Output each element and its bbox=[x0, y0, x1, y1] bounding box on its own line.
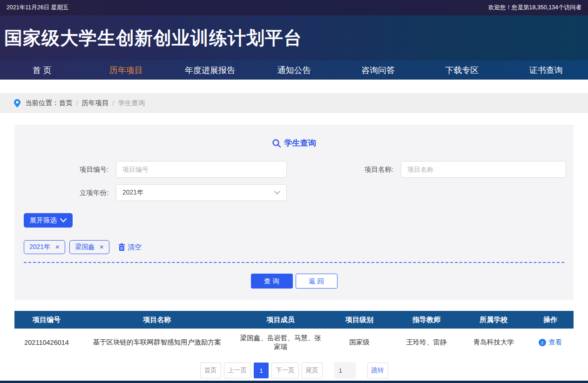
back-button[interactable]: 返 回 bbox=[296, 274, 338, 289]
year-select-value: 2021年 bbox=[122, 188, 143, 197]
cell-school: 青岛科技大学 bbox=[460, 329, 527, 356]
breadcrumb-separator: / bbox=[76, 100, 78, 107]
location-pin-icon bbox=[14, 99, 20, 108]
breadcrumb-past-projects[interactable]: 历年项目 bbox=[82, 99, 109, 108]
filter-tag-year: 2021年 bbox=[24, 240, 65, 254]
nav-item-home[interactable]: 首 页 bbox=[0, 60, 84, 80]
filter-divider bbox=[24, 262, 564, 263]
chevron-down-icon bbox=[60, 218, 67, 222]
page-jump-input[interactable] bbox=[334, 363, 356, 378]
page-jump-button[interactable]: 跳转 bbox=[367, 363, 388, 378]
view-link[interactable]: 查看 bbox=[539, 338, 562, 347]
nav-item-notices[interactable]: 通知公告 bbox=[252, 60, 336, 80]
cell-members: 梁国鑫、岳岩哲、马慧、张家瑞 bbox=[235, 329, 326, 356]
remove-tag-icon[interactable] bbox=[55, 244, 60, 250]
footer-strip bbox=[0, 381, 588, 383]
panel-title: 学生查询 bbox=[14, 138, 574, 148]
cell-level: 国家级 bbox=[326, 329, 393, 356]
results-table: 项目编号 项目名称 项目成员 项目级别 指导教师 所属学校 操作 2021104… bbox=[14, 311, 574, 356]
site-title: 国家级大学生创新创业训练计划平台 bbox=[4, 26, 302, 51]
expand-filters-button[interactable]: 展开筛选 bbox=[24, 213, 73, 228]
chevron-down-icon bbox=[274, 191, 280, 195]
col-header-project-name: 项目名称 bbox=[79, 311, 235, 329]
filter-tag-label: 梁国鑫 bbox=[75, 243, 95, 251]
project-name-label: 项目名称: bbox=[287, 165, 401, 174]
cell-teachers: 王玲玲、雷静 bbox=[393, 329, 460, 356]
nav-item-past-projects[interactable]: 历年项目 bbox=[84, 60, 168, 80]
filter-tag-student: 梁国鑫 bbox=[69, 240, 109, 254]
clear-filters-button[interactable]: 清空 bbox=[118, 243, 142, 252]
expand-filters-label: 展开筛选 bbox=[30, 216, 57, 225]
project-code-label: 项目编号: bbox=[14, 165, 116, 174]
nav-item-qa[interactable]: 咨询问答 bbox=[336, 60, 420, 80]
breadcrumb-home[interactable]: 首页 bbox=[59, 99, 73, 108]
col-header-project-code: 项目编号 bbox=[14, 311, 79, 329]
col-header-teachers: 指导教师 bbox=[393, 311, 460, 329]
page-first-button[interactable]: 首页 bbox=[200, 363, 221, 378]
table-row: 202110426014 基于区块链的车联网群智感知用户激励方案 梁国鑫、岳岩哲… bbox=[14, 329, 574, 356]
col-header-actions: 操作 bbox=[527, 311, 574, 329]
year-label: 立项年份: bbox=[14, 188, 116, 197]
cell-project-code: 202110426014 bbox=[14, 329, 79, 356]
info-icon bbox=[539, 339, 546, 346]
table-header-row: 项目编号 项目名称 项目成员 项目级别 指导教师 所属学校 操作 bbox=[14, 311, 574, 329]
page-next-button[interactable]: 下一页 bbox=[271, 363, 299, 378]
nav-item-downloads[interactable]: 下载专区 bbox=[420, 60, 504, 80]
breadcrumb-student-query: 学生查询 bbox=[118, 99, 145, 108]
top-bar: 2021年11月26日 星期五 欢迎您！您是第18,350,134个访问者 bbox=[0, 0, 588, 15]
project-name-input[interactable] bbox=[401, 161, 566, 178]
trash-icon bbox=[118, 243, 125, 251]
breadcrumb: 当前位置： 首页 / 历年项目 / 学生查询 bbox=[0, 93, 588, 113]
page-prev-button[interactable]: 上一页 bbox=[224, 363, 251, 378]
panel-title-text: 学生查询 bbox=[284, 138, 316, 148]
search-panel: 学生查询 项目编号: 项目名称: 立项年份: 2021年 展开筛选 2021年 … bbox=[14, 125, 574, 300]
pagination: 首页 上一页 1 下一页 尾页 跳转 bbox=[0, 363, 588, 378]
remove-tag-icon[interactable] bbox=[99, 244, 104, 250]
clear-filters-label: 清空 bbox=[128, 243, 142, 252]
breadcrumb-label: 当前位置： bbox=[25, 99, 59, 108]
query-button[interactable]: 查 询 bbox=[251, 274, 293, 289]
year-select[interactable]: 2021年 bbox=[116, 184, 287, 201]
main-nav: 首 页 历年项目 年度进展报告 通知公告 咨询问答 下载专区 证书查询 bbox=[0, 60, 588, 80]
project-code-input[interactable] bbox=[116, 161, 287, 178]
col-header-level: 项目级别 bbox=[326, 311, 393, 329]
cell-project-name: 基于区块链的车联网群智感知用户激励方案 bbox=[79, 329, 235, 356]
search-icon bbox=[272, 139, 281, 148]
site-banner: 国家级大学生创新创业训练计划平台 bbox=[0, 15, 588, 60]
breadcrumb-separator: / bbox=[113, 100, 115, 107]
active-filters-row: 2021年 梁国鑫 清空 bbox=[24, 240, 574, 254]
view-link-label: 查看 bbox=[549, 338, 562, 347]
col-header-school: 所属学校 bbox=[460, 311, 527, 329]
current-date: 2021年11月26日 星期五 bbox=[7, 4, 68, 12]
filter-tag-label: 2021年 bbox=[29, 243, 50, 251]
page-number-current[interactable]: 1 bbox=[254, 363, 269, 378]
page-last-button[interactable]: 尾页 bbox=[302, 363, 323, 378]
col-header-members: 项目成员 bbox=[235, 311, 326, 329]
nav-item-annual-report[interactable]: 年度进展报告 bbox=[168, 60, 252, 80]
visitor-counter: 欢迎您！您是第18,350,134个访问者 bbox=[488, 4, 581, 12]
nav-item-certificate[interactable]: 证书查询 bbox=[504, 60, 588, 80]
